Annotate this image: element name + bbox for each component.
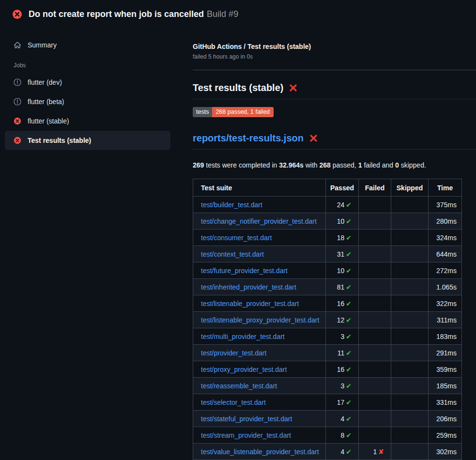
test-suite-cell: test/listenable_provider_test.dart <box>193 295 326 312</box>
passed-cell: 81✔ <box>326 279 359 295</box>
time-cell: 259ms <box>429 427 462 444</box>
col-header-passed: Passed <box>326 179 359 197</box>
test-suite-link[interactable]: test/listenable_proxy_provider_test.dart <box>201 316 319 324</box>
table-row: test/consumer_test.dart 18✔ 324ms <box>193 230 462 246</box>
failed-cell <box>359 197 391 213</box>
summary-text: passed, <box>331 161 358 169</box>
col-header-skipped: Skipped <box>391 179 429 197</box>
table-row: test/listenable_proxy_provider_test.dart… <box>193 312 462 328</box>
test-suite-cell: test/listenable_proxy_provider_test.dart <box>193 312 326 328</box>
sidebar-item-label: flutter (stable) <box>28 117 69 125</box>
summary-text: failed and <box>362 161 396 169</box>
check-icon: ✔ <box>346 250 352 258</box>
test-suite-cell: test/value_listenable_provider_test.dart <box>193 444 326 460</box>
summary-text: tests were completed in <box>204 161 279 169</box>
check-icon: ✔ <box>346 283 352 291</box>
sidebar-item-flutter-stable[interactable]: flutter (stable) <box>5 111 170 131</box>
time-cell: 206ms <box>429 411 462 427</box>
sidebar-item-label: flutter (beta) <box>28 98 64 106</box>
test-suite-link[interactable]: test/proxy_provider_test.dart <box>201 366 287 373</box>
jobs-section-label: Jobs <box>0 62 184 69</box>
skipped-cell <box>391 328 429 345</box>
cancelled-status-icon <box>14 98 21 106</box>
x-icon: ✘ <box>378 448 384 456</box>
test-suite-link[interactable]: test/consumer_test.dart <box>201 234 272 242</box>
time-cell: 291ms <box>429 345 462 361</box>
skipped-cell <box>391 345 429 361</box>
passed-cell: 31✔ <box>326 246 359 262</box>
passed-cell: 3✔ <box>326 378 359 394</box>
report-file-link[interactable]: reports/test-results.json <box>193 132 304 145</box>
check-icon: ✔ <box>346 267 352 275</box>
skipped-cell <box>391 427 429 444</box>
passed-cell: 16✔ <box>326 361 359 378</box>
time-cell: 1.065s <box>429 279 462 295</box>
test-suite-link[interactable]: test/selector_test.dart <box>201 399 266 406</box>
time-cell: 331ms <box>429 394 462 411</box>
failed-cell <box>359 411 391 427</box>
test-suite-link[interactable]: test/stateful_provider_test.dart <box>201 415 292 423</box>
passed-cell: 24✔ <box>326 197 359 213</box>
passed-count: 268 <box>320 161 331 169</box>
passed-cell: 4✔ <box>326 444 359 460</box>
sidebar-item-test-results-stable[interactable]: Test results (stable) <box>5 131 170 150</box>
time-cell: 324ms <box>429 230 462 246</box>
passed-cell: 17✔ <box>326 394 359 411</box>
summary-text: skipped. <box>399 161 426 169</box>
check-icon: ✔ <box>346 382 352 390</box>
cancelled-status-icon <box>14 78 21 86</box>
skipped-cell <box>391 312 429 328</box>
failed-cell <box>359 230 391 246</box>
check-icon: ✔ <box>346 300 352 307</box>
passed-cell: 18✔ <box>326 230 359 246</box>
total-tests-count: 269 <box>193 161 204 169</box>
table-row: test/change_notifier_provider_test.dart … <box>193 213 462 230</box>
failed-cell <box>359 427 391 444</box>
sidebar-item-flutter-beta[interactable]: flutter (beta) <box>5 92 170 111</box>
passed-cell: 10✔ <box>326 213 359 230</box>
failed-cell <box>359 295 391 312</box>
test-suite-link[interactable]: test/future_provider_test.dart <box>201 267 288 275</box>
sidebar-item-flutter-dev[interactable]: flutter (dev) <box>5 73 170 92</box>
passed-cell: 12✔ <box>326 312 359 328</box>
failed-cell <box>359 378 391 394</box>
test-suite-link[interactable]: test/context_test.dart <box>201 250 264 258</box>
test-suite-link[interactable]: test/listenable_provider_test.dart <box>201 300 299 307</box>
test-suite-link[interactable]: test/stream_provider_test.dart <box>201 431 291 439</box>
check-icon: ✔ <box>346 399 352 406</box>
failed-status-icon <box>12 9 22 19</box>
check-icon: ✔ <box>346 349 352 357</box>
test-suite-link[interactable]: test/change_notifier_provider_test.dart <box>201 217 317 225</box>
results-table: Test suite Passed Failed Skipped Time te… <box>193 179 462 460</box>
test-suite-cell: test/inherited_provider_test.dart <box>193 279 326 295</box>
test-suite-link[interactable]: test/builder_test.dart <box>201 201 262 209</box>
failed-cell <box>359 394 391 411</box>
table-row: test/context_test.dart 31✔ 644ms <box>193 246 462 262</box>
table-row: test/proxy_provider_test.dart 16✔ 359ms <box>193 361 462 378</box>
test-suite-cell: test/change_notifier_provider_test.dart <box>193 213 326 230</box>
col-header-test-suite: Test suite <box>193 179 326 197</box>
test-suite-cell: test/context_test.dart <box>193 246 326 262</box>
failed-cell <box>359 328 391 345</box>
test-suite-link[interactable]: test/reassemble_test.dart <box>201 382 277 390</box>
badge-label: tests <box>193 107 212 117</box>
test-suite-link[interactable]: test/value_listenable_provider_test.dart <box>201 448 319 456</box>
skipped-cell <box>391 197 429 213</box>
skipped-cell <box>391 444 429 460</box>
sidebar-item-summary[interactable]: Summary <box>5 36 170 54</box>
test-suite-link[interactable]: test/provider_test.dart <box>201 349 266 357</box>
failed-cell: 1✘ <box>359 444 391 460</box>
table-row: test/multi_provider_test.dart 3✔ 183ms <box>193 328 462 345</box>
table-row: test/provider_test.dart 11✔ 291ms <box>193 345 462 361</box>
sidebar-item-label: Test results (stable) <box>28 137 91 144</box>
check-icon: ✔ <box>346 431 352 439</box>
check-icon: ✔ <box>346 415 352 423</box>
skipped-cell <box>391 394 429 411</box>
test-suite-link[interactable]: test/inherited_provider_test.dart <box>201 283 296 291</box>
test-suite-link[interactable]: test/multi_provider_test.dart <box>201 333 285 340</box>
time-cell: 311ms <box>429 312 462 328</box>
x-mark-icon <box>309 134 318 143</box>
skipped-cell <box>391 262 429 279</box>
failed-cell <box>359 213 391 230</box>
failed-status-icon <box>14 137 21 144</box>
